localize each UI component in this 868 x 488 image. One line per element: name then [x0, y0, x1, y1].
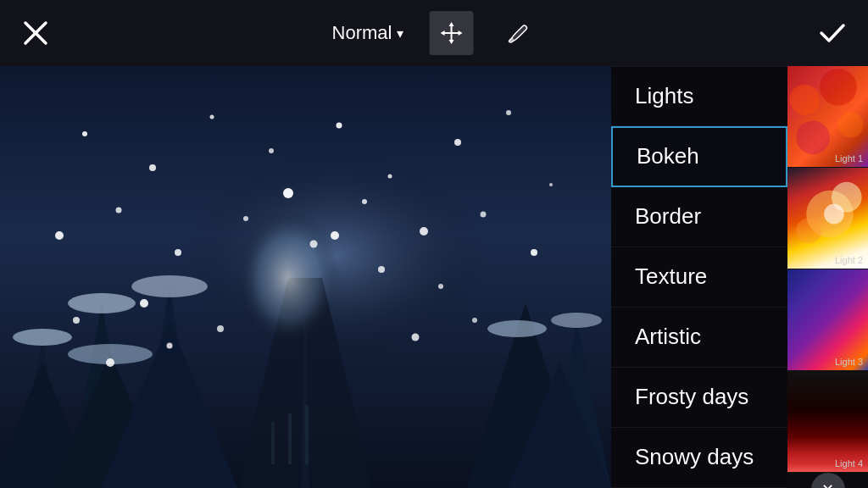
thumbnail-3[interactable]: Light 3: [787, 269, 868, 371]
svg-point-34: [175, 249, 181, 256]
svg-point-39: [481, 212, 487, 218]
thumbnail-label-2: Light 2: [835, 255, 863, 265]
svg-point-44: [331, 231, 339, 240]
thumbnail-1[interactable]: Light 1: [787, 66, 868, 168]
svg-rect-53: [288, 413, 292, 464]
confirm-button[interactable]: [814, 14, 851, 52]
svg-point-62: [796, 219, 821, 244]
svg-point-50: [412, 334, 420, 341]
svg-point-63: [824, 204, 844, 225]
svg-point-51: [472, 318, 477, 323]
svg-point-56: [789, 85, 820, 115]
chevron-down-icon: ▾: [397, 25, 403, 42]
svg-point-13: [13, 329, 72, 346]
svg-point-38: [420, 227, 428, 236]
svg-point-15: [131, 275, 208, 297]
svg-point-47: [106, 358, 114, 367]
svg-point-27: [337, 123, 342, 129]
menu-item-label-frosty: Frosty days: [635, 384, 748, 410]
svg-point-25: [210, 115, 214, 119]
svg-point-42: [140, 299, 148, 308]
menu-item-frosty[interactable]: Frosty days: [611, 368, 787, 428]
menu-item-bokeh[interactable]: Bokeh: [611, 126, 787, 186]
menu-item-texture[interactable]: Texture: [611, 247, 787, 308]
photo-background: [0, 66, 611, 488]
close-button[interactable]: [17, 14, 54, 52]
svg-point-45: [378, 266, 385, 273]
mode-selector[interactable]: Normal ▾: [332, 22, 404, 44]
main-content: LightsBokehBorderTextureArtisticFrosty d…: [0, 66, 868, 488]
svg-point-52: [237, 210, 339, 346]
menu-item-label-artistic: Artistic: [635, 324, 701, 350]
svg-point-48: [167, 343, 173, 349]
top-bar-center: Normal ▾: [332, 11, 537, 55]
svg-point-59: [796, 120, 830, 154]
top-bar: Normal ▾: [0, 0, 868, 66]
svg-point-23: [82, 131, 87, 136]
menu-item-label-snowy: Snowy days: [635, 444, 754, 470]
svg-point-33: [116, 208, 122, 214]
svg-point-49: [217, 325, 224, 332]
menu-item-label-lights: Lights: [635, 83, 693, 109]
svg-point-35: [243, 216, 248, 221]
svg-point-58: [838, 113, 864, 138]
thumbnail-label-4: Light 4: [835, 458, 863, 469]
svg-point-30: [506, 110, 511, 115]
svg-point-24: [149, 164, 156, 171]
close-circle-icon: ✕: [811, 473, 845, 488]
thumbnail-2[interactable]: Light 2: [787, 168, 868, 269]
menu-item-label-border: Border: [635, 203, 701, 230]
thumbnail-4[interactable]: Light 4: [787, 371, 868, 473]
svg-point-22: [551, 313, 602, 328]
thumbnail-label-1: Light 1: [835, 153, 863, 164]
svg-point-37: [362, 199, 367, 204]
menu-item-label-bokeh: Bokeh: [637, 143, 699, 169]
brush-button[interactable]: [498, 14, 536, 52]
menu-item-label-texture: Texture: [635, 263, 707, 290]
top-bar-left: [17, 14, 54, 52]
svg-point-43: [283, 188, 293, 198]
app: Normal ▾: [0, 0, 868, 488]
svg-point-57: [820, 69, 857, 106]
svg-point-31: [549, 183, 553, 186]
thumbnails-panel: Light 1 Light 2Light 3Light 4 ✕: [787, 66, 868, 488]
svg-point-26: [269, 148, 274, 153]
svg-rect-55: [271, 422, 275, 464]
svg-rect-54: [305, 405, 309, 464]
menu-list: LightsBokehBorderTextureArtisticFrosty d…: [611, 66, 787, 488]
svg-point-32: [55, 231, 64, 240]
svg-point-29: [454, 139, 461, 146]
svg-point-40: [531, 249, 537, 256]
menu-item-border[interactable]: Border: [611, 187, 787, 247]
svg-point-14: [68, 293, 136, 313]
move-button[interactable]: [429, 11, 473, 55]
menu-item-snowy[interactable]: Snowy days: [611, 428, 787, 488]
svg-point-28: [388, 175, 392, 179]
thumbnails-close-button[interactable]: ✕: [787, 473, 868, 488]
photo-area: [0, 66, 611, 488]
menu-item-lights[interactable]: Lights: [611, 66, 787, 126]
mode-label: Normal: [332, 22, 392, 44]
svg-point-21: [487, 320, 547, 337]
svg-point-46: [438, 284, 443, 289]
svg-point-2: [509, 38, 514, 42]
menu-item-artistic[interactable]: Artistic: [611, 308, 787, 368]
sidebar: LightsBokehBorderTextureArtisticFrosty d…: [611, 66, 868, 488]
thumbnail-label-3: Light 3: [835, 357, 863, 367]
svg-point-41: [73, 317, 80, 324]
